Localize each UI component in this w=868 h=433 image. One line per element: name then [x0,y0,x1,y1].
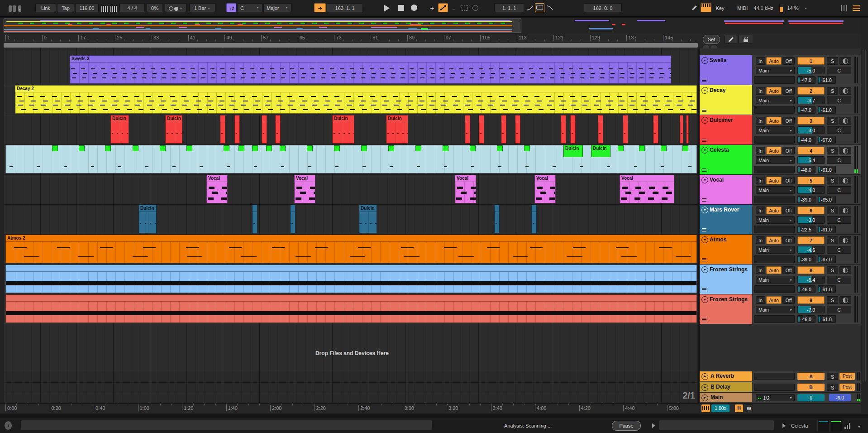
send-b-value[interactable]: -61.0 [818,76,836,84]
track-header[interactable]: ▼Frozen Strings [700,294,752,324]
track-lane-3[interactable]: DulcinDulcinDulcinDulcin [4,115,698,145]
time-ruler-label[interactable]: 4:00 [535,405,546,411]
monitor-auto-button[interactable]: Auto [766,207,782,214]
clip[interactable]: Dulcin [138,205,157,233]
expand-triangle-icon[interactable] [652,423,655,428]
track-header[interactable]: ▼Frozen Strings [700,265,752,294]
celesta-green-block[interactable] [280,145,286,151]
clip[interactable] [686,115,689,144]
clip[interactable] [531,205,537,233]
unfold-return-button[interactable]: ▶ [701,373,708,380]
clip[interactable]: Dulcin [563,145,583,157]
scale-name-menu[interactable]: Major▼ [263,3,291,12]
playback-speed-field[interactable]: 1.00x [711,404,730,412]
celesta-green-block[interactable] [639,145,645,151]
monitor-off-button[interactable]: Off [782,207,795,214]
solo-button[interactable]: S [827,296,838,304]
pan-field[interactable]: C [827,67,851,74]
track-lane-7[interactable]: Atmos 2 [4,235,698,265]
audition-waveform-button[interactable] [701,404,710,412]
clip[interactable] [561,115,566,144]
pan-field[interactable]: C [827,96,851,104]
automation-mode-button[interactable] [438,3,448,12]
monitor-auto-button[interactable]: Auto [766,236,782,244]
celesta-green-block[interactable] [252,145,258,151]
monitor-off-button[interactable]: Off [782,117,795,125]
scale-root-menu[interactable]: C▼ [237,3,262,12]
monitor-auto-button[interactable]: Auto [766,147,782,154]
loop-switch[interactable] [535,3,544,12]
clip[interactable] [653,115,658,144]
time-ruler-label[interactable]: 3:00 [403,405,414,411]
info-view-icon[interactable]: i [5,421,12,430]
send-b-value[interactable]: -67.0 [818,136,836,144]
main-track-header[interactable]: ▶Main [700,393,752,402]
output-route-select[interactable]: Main▼ [756,246,795,254]
clip[interactable] [479,115,484,144]
time-ruler-label[interactable]: 1:20 [182,405,193,411]
arm-button[interactable] [839,57,851,65]
volume-field[interactable]: -7.0 [797,306,825,313]
clip[interactable]: Swells 3 [70,55,671,84]
send-a-value[interactable]: -47.0 [797,76,816,84]
send-b-value[interactable]: -61.0 [818,315,836,323]
monitor-off-button[interactable]: Off [782,177,795,184]
celesta-green-block[interactable] [224,145,229,151]
send-a-value[interactable]: -39.0 [797,196,816,203]
clip[interactable]: Vocal [206,175,228,203]
arm-button[interactable] [839,207,851,214]
clip[interactable]: Decay 2 [15,85,697,114]
fold-track-button[interactable]: ▼ [701,207,708,213]
solo-button[interactable]: S [827,373,838,380]
pan-field[interactable]: C [827,216,851,224]
send-a-value[interactable]: -44.0 [797,136,816,144]
celesta-green-block[interactable] [186,145,192,151]
output-route-select[interactable]: Main▼ [756,126,795,134]
volume-field[interactable]: -5.4 [797,276,825,284]
track-header[interactable]: ▼Dulcimer [700,115,752,144]
pan-field[interactable]: C [827,156,851,164]
track-lane-8[interactable] [4,265,698,294]
fold-track-button[interactable]: ▼ [701,266,708,273]
clip[interactable] [680,115,683,144]
clip[interactable] [220,115,225,144]
send-a-value[interactable]: -46.0 [797,285,816,293]
time-ruler-label[interactable]: 3:40 [491,405,502,411]
celesta-green-block[interactable] [415,145,421,151]
unfold-return-button[interactable]: ▶ [701,384,708,391]
output-route-select[interactable]: Main▼ [756,216,795,224]
device-triangle-icon[interactable] [782,423,786,428]
monitor-off-button[interactable]: Off [782,147,795,154]
monitor-off-button[interactable]: Off [782,236,795,244]
whole-time-button[interactable]: W [745,404,753,412]
arm-button[interactable] [839,236,851,244]
celesta-green-block[interactable] [361,145,367,151]
track-lane-6[interactable]: DulcinDulcin [4,205,698,235]
send-b-value[interactable]: -61.0 [818,285,836,293]
pan-field[interactable]: C [827,306,851,313]
track-lane-5[interactable]: VocalVocalVocalVocalVocal [4,175,698,205]
clip[interactable] [623,115,628,144]
return-track-header[interactable]: ▶B Delay [700,382,752,392]
clip[interactable]: Vocal [455,175,476,203]
fold-track-button[interactable]: ▼ [701,117,708,124]
metronome-button[interactable]: ▼ [165,3,186,12]
solo-button[interactable]: S [827,57,838,65]
pan-field[interactable]: C [827,246,851,254]
send-b-value[interactable]: -61.0 [818,226,836,233]
track-header[interactable]: ▼Celesta [700,145,752,174]
time-ruler-label[interactable]: 3:20 [447,405,458,411]
nudge-up-icon[interactable] [110,3,118,12]
fold-track-button[interactable]: ▼ [701,147,708,154]
cue-volume-field[interactable]: -6.0 [829,394,851,401]
clip[interactable] [252,205,258,233]
celesta-green-block[interactable] [307,145,313,151]
clip[interactable] [5,294,697,323]
loop-length-field[interactable]: 162. 0. 0 [584,3,622,12]
monitor-auto-button[interactable]: Auto [766,296,782,304]
overdub-button[interactable]: + [428,3,436,12]
fold-track-button[interactable]: ▼ [701,57,708,64]
clip[interactable]: Dulcin [110,115,129,144]
celesta-green-block[interactable] [470,145,476,151]
cue-output-select[interactable]: 1/2▼ [756,394,795,401]
